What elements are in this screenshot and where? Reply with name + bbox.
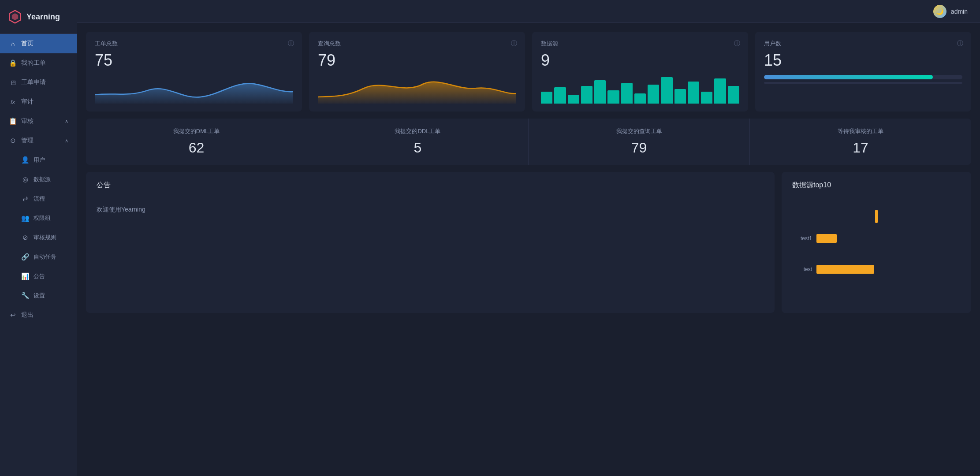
review-icon: 📋 [9, 117, 17, 125]
app-title: Yearning [26, 12, 60, 22]
progress-wrap [764, 75, 962, 84]
bottom-row: 公告 欢迎使用Yearning 数据源top10 test1 [86, 172, 971, 313]
stat-value-users: 15 [764, 51, 962, 70]
nav-item-settings[interactable]: 🔧 设置 [0, 286, 77, 305]
top10-title: 数据源top10 [792, 181, 961, 190]
bar-segment [581, 86, 592, 104]
h-bar-label-2: test1 [792, 235, 812, 242]
notice-panel: 公告 欢迎使用Yearning [86, 172, 775, 313]
h-bar-fill-3 [816, 265, 874, 274]
nav-label-home: 首页 [21, 40, 34, 48]
top10-chart: test1 test [792, 199, 961, 274]
header: 🌙 admin [77, 0, 980, 23]
nav-label-logout: 退出 [21, 311, 34, 319]
bar-segment [594, 80, 606, 104]
main-area: 🌙 admin 工单总数 75 ⓘ [77, 0, 980, 476]
avatar: 🌙 [933, 5, 946, 18]
audit-icon: fx [9, 99, 17, 105]
nav-item-review[interactable]: 📋 审核 ∧ [0, 112, 77, 131]
nav-item-rule[interactable]: ⊘ 审核规则 [0, 228, 77, 247]
apply-icon: 🖥 [9, 79, 17, 86]
review-arrow: ∧ [65, 119, 68, 124]
h-bar-row-3: test [792, 265, 961, 274]
nav-label-flow: 流程 [34, 195, 45, 203]
nav-item-datasource[interactable]: ◎ 数据源 [0, 170, 77, 189]
nav-item-user[interactable]: 👤 用户 [0, 150, 77, 170]
nav-item-auto-task[interactable]: 🔗 自动任务 [0, 247, 77, 267]
chart-orders [95, 75, 293, 104]
nav-item-notice[interactable]: 📊 公告 [0, 267, 77, 286]
bar-segment [728, 86, 739, 104]
user-name: admin [951, 8, 968, 15]
user-icon: 👤 [21, 156, 29, 164]
nav-label-audit: 审计 [21, 98, 34, 106]
nav-item-my-tasks[interactable]: 🔒 我的工单 [0, 53, 77, 73]
svg-marker-1 [12, 13, 18, 20]
bar-segment [648, 85, 659, 104]
summary-label-dml: 我提交的DML工单 [97, 127, 296, 135]
line-chart-orders [95, 75, 293, 104]
nav-item-logout[interactable]: ↩ 退出 [0, 305, 77, 325]
top10-panel: 数据源top10 test1 [782, 172, 971, 313]
stat-card-datasource: 数据源 9 ⓘ [532, 32, 748, 112]
nav-label-role: 权限组 [34, 214, 51, 222]
progress-fill [764, 75, 933, 79]
nav-label-auto-task: 自动任务 [34, 253, 56, 261]
user-info[interactable]: 🌙 admin [933, 5, 968, 18]
nav-label-settings: 设置 [34, 292, 45, 300]
stats-row: 工单总数 75 ⓘ [86, 32, 971, 112]
nav-item-apply[interactable]: 🖥 工单申请 [0, 73, 77, 92]
bar-segment [541, 92, 552, 104]
h-bar-fill-2 [816, 234, 837, 243]
summary-value-pending: 17 [760, 140, 961, 156]
progress-track-2 [764, 82, 962, 84]
summary-label-pending: 等待我审核的工单 [760, 127, 961, 135]
nav-item-role[interactable]: 👥 权限组 [0, 208, 77, 228]
chart-datasource [541, 75, 739, 104]
summary-row: 我提交的DML工单 62 我提交的DDL工单 5 我提交的查询工单 79 等待我… [86, 119, 971, 165]
logo-icon [8, 10, 22, 24]
stat-card-total-queries: 查询总数 79 ⓘ [309, 32, 525, 112]
h-bar-fill-1 [875, 210, 878, 223]
nav-label-review: 审核 [21, 117, 34, 125]
progress-track [764, 75, 962, 79]
notice-nav-icon: 📊 [21, 272, 29, 280]
nav-item-manage[interactable]: ⊙ 管理 ∧ [0, 131, 77, 150]
stat-label-users: 用户数 [764, 40, 962, 48]
summary-card-ddl: 我提交的DDL工单 5 [307, 119, 529, 165]
settings-icon: 🔧 [21, 292, 29, 300]
h-bar-row-1 [792, 199, 961, 234]
bar-segment [661, 77, 672, 104]
bar-segment [688, 82, 699, 104]
stat-label-queries: 查询总数 [318, 40, 516, 48]
spacer [792, 252, 961, 265]
bar-segment [621, 83, 633, 104]
auto-task-icon: 🔗 [21, 253, 29, 261]
nav-label-rule: 审核规则 [34, 234, 56, 242]
bar-segment [607, 90, 619, 104]
line-chart-queries [318, 75, 516, 104]
nav-menu: ⌂ 首页 🔒 我的工单 🖥 工单申请 fx 审计 📋 审核 ∧ ⊙ 管理 ∧ 👤 [0, 34, 77, 325]
bar-segment [568, 95, 579, 104]
nav-item-home[interactable]: ⌂ 首页 [0, 34, 77, 53]
nav-item-flow[interactable]: ⇄ 流程 [0, 189, 77, 208]
nav-label-notice: 公告 [34, 272, 45, 280]
summary-value-ddl: 5 [318, 140, 518, 156]
sidebar: Yearning ⌂ 首页 🔒 我的工单 🖥 工单申请 fx 审计 📋 审核 ∧… [0, 0, 77, 476]
nav-label-manage: 管理 [21, 137, 34, 145]
h-bar-track-3 [816, 265, 961, 274]
flow-icon: ⇄ [21, 195, 29, 203]
stat-value-queries: 79 [318, 51, 516, 70]
bar-segment [634, 93, 646, 104]
logout-icon: ↩ [9, 311, 17, 319]
info-icon-queries: ⓘ [511, 40, 517, 48]
nav-label-user: 用户 [34, 156, 45, 164]
bar-segment [674, 89, 686, 104]
bar-segment [701, 92, 712, 104]
manage-icon: ⊙ [9, 137, 17, 145]
lock-icon: 🔒 [9, 59, 17, 67]
summary-value-query: 79 [539, 140, 739, 156]
nav-item-audit[interactable]: fx 审计 [0, 92, 77, 112]
stat-value-datasource: 9 [541, 51, 739, 70]
nav-label-my-tasks: 我的工单 [21, 59, 46, 67]
